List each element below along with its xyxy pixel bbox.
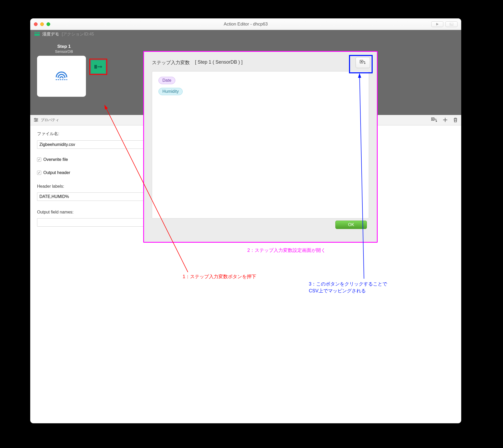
svg-point-13 [35,121,36,122]
svg-point-11 [36,119,37,120]
filename-input[interactable] [37,140,145,149]
console-button[interactable] [445,21,458,27]
svg-rect-2 [34,32,37,33]
var-tag-humidity[interactable]: Humidity [158,88,183,95]
minimize-icon[interactable] [40,22,44,26]
map-variables-icon[interactable] [431,118,437,123]
svg-rect-3 [37,32,40,33]
header-labels-input[interactable] [37,192,145,201]
output-fields-input[interactable] [37,218,145,227]
settings-icon [34,118,38,123]
annotation-box-1 [89,59,107,75]
annotation-3a: 3：このボタンをクリックすることで [309,281,387,287]
step-input-vars-dialog: ステップ入力変数 [ Step 1 ( SensorDB ) ] Date Hu… [143,51,378,243]
svg-point-15 [433,119,433,119]
overwrite-checkbox[interactable]: ✓ [37,157,41,162]
svg-rect-0 [450,23,453,26]
svg-rect-4 [34,34,40,36]
output-header-label: Output header [43,170,70,175]
modal-context: [ Step 1 ( SensorDB ) ] [195,59,243,66]
var-tag-date[interactable]: Date [158,77,175,84]
breadcrumb: 湿度デモ [アクションID:45 [30,30,461,39]
sensor-icon [54,71,69,82]
close-icon[interactable] [34,22,38,26]
annotation-3b: CSV上でマッピングされる [309,288,366,294]
app-window: Action Editor - dhcp63 湿度デモ [アクションID:45 … [30,18,461,423]
annotation-box-3 [349,55,373,73]
properties-label: プロパティ [41,118,59,123]
add-icon[interactable] [443,118,448,123]
zoom-icon[interactable] [47,22,50,26]
overwrite-label: Overwrite file [43,157,68,162]
play-button[interactable] [431,21,443,27]
action-icon [34,32,40,37]
step-title: Step 1 [37,44,91,49]
annotation-2: 2：ステップ入力変数設定画面が開く [247,247,326,253]
trash-icon[interactable] [453,118,458,123]
titlebar: Action Editor - dhcp63 [30,18,461,30]
output-header-checkbox[interactable]: ✓ [37,171,41,175]
ok-button[interactable]: OK [335,221,367,229]
step-node[interactable]: Step 1 SensorDB [37,44,91,97]
traffic-lights [34,22,50,26]
step-subtitle: SensorDB [37,49,91,54]
action-name: 湿度デモ [42,32,59,37]
step-box[interactable] [37,56,86,97]
window-title: Action Editor - dhcp63 [30,22,461,27]
action-id: [アクションID:45 [62,32,94,37]
modal-title: ステップ入力変数 [152,59,190,66]
svg-point-9 [35,118,36,119]
annotation-1: 1：ステップ入力変数ボタンを押下 [183,273,256,280]
variables-list: Date Humidity [152,71,369,218]
